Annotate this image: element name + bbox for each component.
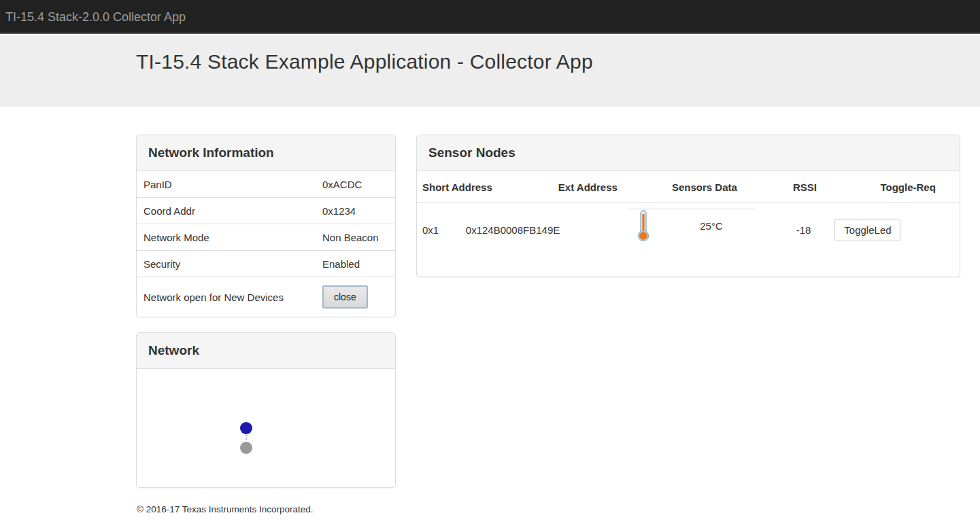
network-open-close-button[interactable]: close <box>322 285 368 309</box>
page-header: TI-15.4 Stack Example Application - Coll… <box>0 35 980 107</box>
network-topology-panel: Network <box>136 332 396 488</box>
info-value: 0xACDC <box>316 179 395 190</box>
info-value: 0x1234 <box>316 205 395 217</box>
cell-ext-address: 0x124B0008FB149E <box>466 224 602 236</box>
info-row-coord-addr: Coord Addr 0x1234 <box>137 198 395 224</box>
info-label: Security <box>143 258 316 270</box>
right-column: Sensor Nodes Short Address Ext Address S… <box>416 135 960 292</box>
info-value: Enabled <box>316 258 395 270</box>
info-row-network-mode: Network Mode Non Beacon <box>137 224 395 251</box>
info-row-security: Security Enabled <box>137 251 395 277</box>
info-label: PanID <box>143 179 316 190</box>
cell-toggle-req: ToggleLed <box>826 219 960 241</box>
footer-copyright: © 2016-17 Texas Instruments Incorporated… <box>136 504 396 514</box>
sensor-nodes-table: Short Address Ext Address Sensors Data R… <box>417 171 960 277</box>
network-information-table: PanID 0xACDC Coord Addr 0x1234 Network M… <box>137 171 395 317</box>
network-information-title: Network Information <box>137 135 395 171</box>
cell-rssi: -18 <box>781 224 827 236</box>
column-header-sensors-data: Sensors Data <box>656 181 754 193</box>
cell-sensors-data: 25°C <box>601 203 780 241</box>
sensor-nodes-panel: Sensor Nodes Short Address Ext Address S… <box>416 135 960 277</box>
page-title: TI-15.4 Stack Example Application - Coll… <box>0 35 980 73</box>
network-information-panel: Network Information PanID 0xACDC Coord A… <box>136 135 396 317</box>
info-value: close <box>316 285 395 309</box>
info-label: Network Mode <box>143 232 316 243</box>
column-header-ext-address: Ext Address <box>520 181 656 193</box>
thermometer-icon <box>627 210 668 241</box>
info-label: Network open for New Devices <box>143 292 316 303</box>
table-spacer <box>417 256 960 277</box>
cell-short-address: 0x1 <box>417 224 466 236</box>
column-header-toggle-req: Toggle-Req <box>856 181 960 193</box>
info-value: Non Beacon <box>316 232 395 243</box>
sensor-table-header-row: Short Address Ext Address Sensors Data R… <box>417 171 960 203</box>
left-column: Network Information PanID 0xACDC Coord A… <box>136 135 396 514</box>
column-header-rssi: RSSI <box>754 181 857 193</box>
sensor-node[interactable] <box>240 442 252 454</box>
sensor-nodes-title: Sensor Nodes <box>417 135 960 171</box>
network-topology-canvas[interactable] <box>137 369 395 487</box>
sensor-node-row: 0x1 0x124B0008FB149E 25°C <box>417 203 960 256</box>
sensor-data-box: 25°C <box>627 209 755 241</box>
temperature-value: 25°C <box>668 220 755 232</box>
column-header-short-address: Short Address <box>417 181 520 193</box>
info-row-network-open: Network open for New Devices close <box>137 277 395 317</box>
info-label: Coord Addr <box>143 205 316 217</box>
network-topology-title: Network <box>137 333 395 369</box>
navbar: TI-15.4 Stack-2.0.0 Collector App <box>0 0 980 34</box>
coordinator-node[interactable] <box>240 422 252 434</box>
toggle-led-button[interactable]: ToggleLed <box>834 219 900 241</box>
info-row-panid: PanID 0xACDC <box>137 171 395 198</box>
navbar-brand[interactable]: TI-15.4 Stack-2.0.0 Collector App <box>0 0 186 34</box>
